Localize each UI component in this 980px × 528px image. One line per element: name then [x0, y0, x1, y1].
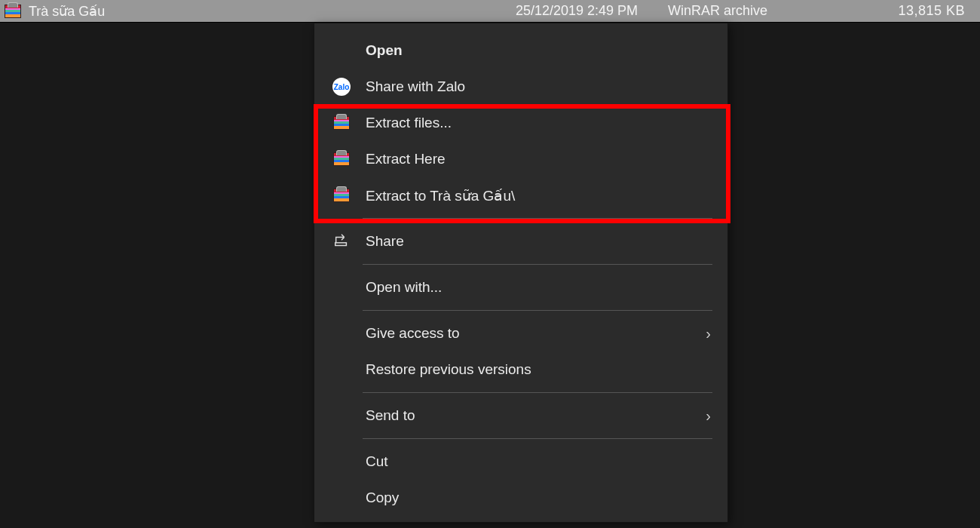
menu-item-give-access-to[interactable]: Give access to ›	[317, 315, 724, 351]
menu-item-extract-here[interactable]: Extract Here	[317, 141, 724, 177]
zalo-icon: Zalo	[331, 78, 352, 96]
menu-item-extract-to[interactable]: Extract to Trà sữa Gấu\	[317, 177, 724, 213]
menu-item-cut[interactable]: Cut	[317, 444, 724, 480]
menu-item-label: Extract to Trà sữa Gấu\	[366, 187, 711, 204]
menu-item-restore-previous-versions[interactable]: Restore previous versions	[317, 351, 724, 388]
chevron-right-icon: ›	[706, 325, 711, 342]
menu-item-open-with[interactable]: Open with...	[317, 269, 724, 305]
menu-item-label: Share	[366, 233, 711, 250]
menu-item-extract-files[interactable]: Extract files...	[317, 105, 724, 141]
svg-rect-0	[335, 243, 347, 246]
menu-separator	[363, 218, 712, 219]
winrar-extract-icon	[331, 115, 352, 131]
winrar-extract-icon	[331, 187, 352, 204]
winrar-archive-icon	[5, 3, 21, 20]
menu-item-label: Share with Zalo	[366, 78, 711, 95]
chevron-right-icon: ›	[706, 407, 711, 425]
menu-item-share[interactable]: Share	[317, 223, 724, 259]
menu-item-label: Copy	[366, 490, 711, 506]
menu-item-open[interactable]: Open	[317, 32, 724, 69]
menu-item-send-to[interactable]: Send to ›	[317, 398, 724, 434]
menu-item-label: Extract Here	[366, 151, 711, 167]
file-date-modified: 25/12/2019 2:49 PM	[434, 3, 638, 19]
menu-item-label: Send to	[366, 407, 692, 424]
menu-item-label: Open with...	[366, 279, 711, 296]
menu-separator	[363, 392, 712, 393]
menu-item-label: Restore previous versions	[366, 361, 711, 378]
menu-separator	[363, 438, 712, 439]
menu-separator	[363, 264, 712, 265]
menu-item-copy[interactable]: Copy	[317, 480, 724, 516]
file-type: WinRAR archive	[645, 3, 796, 19]
file-row[interactable]: Trà sữa Gấu 25/12/2019 2:49 PM WinRAR ar…	[0, 0, 980, 23]
file-name: Trà sữa Gấu	[29, 3, 105, 20]
menu-item-label: Cut	[366, 453, 711, 470]
menu-item-label: Extract files...	[366, 115, 711, 131]
winrar-extract-icon	[331, 151, 352, 167]
file-size: 13,815 KB	[804, 3, 975, 19]
context-menu: Open Zalo Share with Zalo Extract files.…	[314, 23, 728, 523]
menu-item-label: Give access to	[366, 325, 692, 342]
share-icon	[331, 233, 352, 250]
menu-item-label: Open	[366, 42, 711, 59]
menu-item-share-zalo[interactable]: Zalo Share with Zalo	[317, 69, 724, 105]
menu-separator	[363, 310, 712, 311]
